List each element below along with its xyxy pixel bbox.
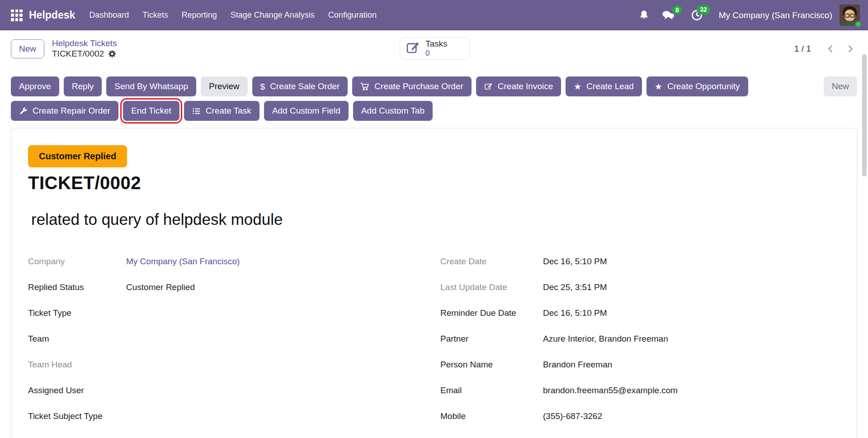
- field-value-email[interactable]: brandon.freeman55@example.com: [543, 385, 678, 395]
- button-label: New: [832, 81, 849, 91]
- add-custom-field-button[interactable]: Add Custom Field: [264, 101, 349, 121]
- breadcrumb-parent-link[interactable]: Helpdesk Tickets: [52, 38, 117, 48]
- field-value-partner[interactable]: Azure Interior, Brandon Freeman: [543, 333, 668, 344]
- button-label: End Ticket: [131, 106, 171, 116]
- field-row-ticket-subject-type: Ticket Subject Type: [28, 410, 440, 436]
- dollar-icon: $: [260, 82, 265, 91]
- field-row-person-name: Person NameBrandon Freeman: [440, 359, 846, 385]
- button-label: Create Opportunity: [667, 81, 740, 91]
- notifications-bell-button[interactable]: [638, 10, 650, 21]
- messages-button[interactable]: 8: [661, 10, 675, 21]
- create-invoice-button[interactable]: Create Invoice: [476, 76, 561, 96]
- create-task-button[interactable]: Create Task: [184, 101, 259, 121]
- create-sale-order-button[interactable]: $Create Sale Order: [252, 76, 348, 96]
- wrench-icon: [19, 107, 28, 115]
- button-label: Send By Whatsapp: [114, 81, 188, 91]
- button-label: Add Custom Tab: [361, 106, 425, 116]
- fields-grid: CompanyMy Company (San Francisco)Replied…: [28, 256, 846, 438]
- list-icon: [192, 107, 201, 115]
- new-record-button[interactable]: New: [11, 39, 44, 58]
- end-ticket-button[interactable]: End Ticket: [123, 101, 179, 121]
- apps-grid-icon[interactable]: [11, 10, 23, 21]
- action-row-2: Create Repair OrderEnd TicketCreate Task…: [11, 101, 857, 121]
- field-row-reminder-due-date: Reminder Due DateDec 16, 5:10 PM: [440, 307, 846, 333]
- button-label: Preview: [209, 81, 240, 91]
- action-row-1: ApproveReplySend By WhatsappPreview$Crea…: [11, 76, 857, 96]
- create-lead-button[interactable]: ★Create Lead: [566, 76, 642, 96]
- field-label: Team Head: [28, 359, 126, 370]
- star-icon: ★: [655, 82, 662, 91]
- pager-next-button[interactable]: [844, 42, 857, 56]
- gear-icon[interactable]: [108, 49, 117, 58]
- new-button[interactable]: New: [824, 76, 857, 96]
- field-label: Company: [28, 256, 126, 267]
- create-repair-order-button[interactable]: Create Repair Order: [11, 101, 118, 121]
- field-label: Reminder Due Date: [440, 307, 543, 318]
- nav-item-dashboard[interactable]: Dashboard: [82, 0, 136, 30]
- nav-item-tickets[interactable]: Tickets: [136, 0, 175, 30]
- field-label: Tags: [28, 436, 126, 438]
- field-label: Ticket Type: [28, 307, 126, 318]
- field-row-last-update-date: Last Update DateDec 25, 3:51 PM: [440, 281, 846, 307]
- field-value-reminder-due-date[interactable]: Dec 16, 5:10 PM: [543, 307, 607, 318]
- app-brand[interactable]: Helpdesk: [29, 9, 75, 21]
- field-label: Replied Status: [28, 281, 126, 292]
- button-label: Create Invoice: [498, 81, 553, 91]
- field-label: Person Name: [440, 359, 543, 370]
- ticket-subject[interactable]: related to query of helpdesk module: [28, 210, 846, 229]
- cart-icon: [360, 82, 369, 91]
- field-value-person-name[interactable]: Brandon Freeman: [543, 359, 612, 370]
- online-status-dot: [855, 21, 862, 28]
- messages-count-badge: 8: [672, 5, 682, 15]
- field-value-create-date[interactable]: Dec 16, 5:10 PM: [543, 256, 607, 267]
- pager-value: 1 / 1: [794, 44, 811, 54]
- create-purchase-order-button[interactable]: Create Purchase Order: [352, 76, 471, 96]
- fields-column-right: Create DateDec 16, 5:10 PMLast Update Da…: [440, 256, 846, 438]
- pager-previous-button[interactable]: [824, 42, 837, 56]
- button-label: Create Sale Order: [270, 81, 340, 91]
- breadcrumb: Helpdesk Tickets TICKET/0002: [52, 38, 117, 59]
- pencil-square-icon: [484, 82, 493, 91]
- field-row-team: Team: [28, 333, 440, 359]
- field-label: Mobile: [440, 410, 543, 421]
- field-row-tags: Tags: [28, 436, 440, 438]
- field-row-create-date: Create DateDec 16, 5:10 PM: [440, 256, 846, 281]
- add-custom-tab-button[interactable]: Add Custom Tab: [353, 101, 433, 121]
- field-row-mobile: Mobile(355)-687-3262: [440, 410, 846, 436]
- send-by-whatsapp-button[interactable]: Send By Whatsapp: [106, 76, 196, 96]
- field-value-mobile[interactable]: (355)-687-3262: [543, 410, 602, 421]
- tasks-stat-button[interactable]: Tasks 0: [400, 37, 470, 60]
- button-label: Reply: [72, 81, 94, 91]
- preview-button[interactable]: Preview: [201, 76, 248, 96]
- nav-menu: DashboardTicketsReportingStage Change An…: [82, 0, 383, 30]
- approve-button[interactable]: Approve: [11, 76, 59, 96]
- reply-button[interactable]: Reply: [64, 76, 102, 96]
- breadcrumb-current: TICKET/0002: [52, 49, 104, 59]
- nav-item-stage-change-analysis[interactable]: Stage Change Analysis: [224, 0, 321, 30]
- field-row-replied-date: Replied Date: [440, 436, 846, 438]
- field-value-company[interactable]: My Company (San Francisco): [126, 256, 240, 267]
- field-row-assigned-user: Assigned User: [28, 385, 440, 410]
- field-label: Ticket Subject Type: [28, 410, 126, 421]
- star-icon: ★: [574, 82, 581, 91]
- activities-count-badge: 32: [697, 5, 710, 14]
- fields-column-left: CompanyMy Company (San Francisco)Replied…: [28, 256, 440, 438]
- ticket-form-sheet: Customer Replied TICKET/0002 related to …: [11, 128, 857, 438]
- field-label: Partner: [440, 333, 543, 344]
- user-avatar[interactable]: [840, 5, 860, 26]
- nav-item-configuration[interactable]: Configuration: [321, 0, 383, 30]
- vertical-scrollbar[interactable]: [862, 54, 867, 176]
- field-value-last-update-date[interactable]: Dec 25, 3:51 PM: [543, 281, 607, 292]
- button-label: Add Custom Field: [272, 106, 340, 116]
- tasks-count: 0: [425, 49, 429, 58]
- field-row-ticket-type: Ticket Type: [28, 307, 440, 333]
- tasks-label: Tasks: [425, 39, 448, 49]
- field-label: Assigned User: [28, 385, 126, 395]
- company-switcher[interactable]: My Company (San Francisco): [719, 10, 832, 20]
- nav-item-reporting[interactable]: Reporting: [175, 0, 224, 30]
- field-value-replied-status[interactable]: Customer Replied: [126, 281, 195, 292]
- activities-button[interactable]: 32: [691, 9, 703, 21]
- action-buttons-area: ApproveReplySend By WhatsappPreview$Crea…: [0, 76, 868, 121]
- ticket-name: TICKET/0002: [28, 173, 846, 193]
- create-opportunity-button[interactable]: ★Create Opportunity: [646, 76, 748, 96]
